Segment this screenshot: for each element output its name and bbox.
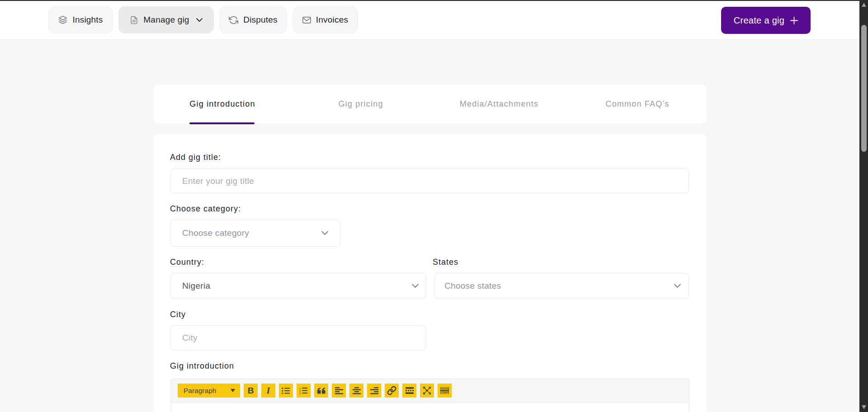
svg-text:3: 3 — [299, 392, 301, 395]
